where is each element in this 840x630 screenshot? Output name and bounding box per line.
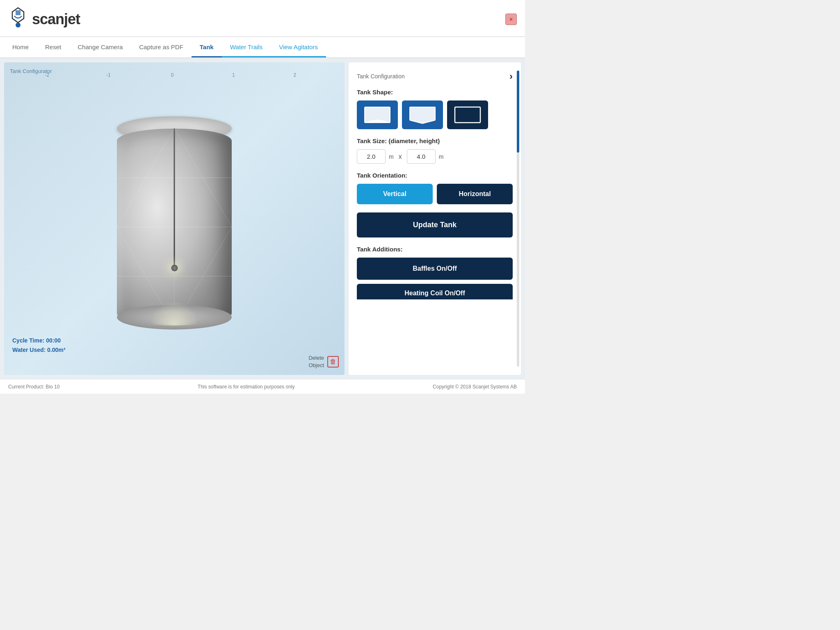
right-configuration-panel: Tank Configuration › Tank Shape: — [349, 62, 521, 375]
tank-viewport[interactable]: Tank Configurator -2 -1 0 1 2 — [4, 62, 345, 375]
ruler-mark-pos1: 1 — [232, 72, 235, 78]
logo-text: scanjet — [32, 11, 80, 28]
navigation-bar: Home Reset Change Camera Capture as PDF … — [0, 37, 525, 58]
nav-view-agitators[interactable]: View Agitators — [271, 38, 326, 57]
nav-change-camera[interactable]: Change Camera — [69, 38, 131, 57]
orientation-buttons: Vertical Horizontal — [357, 184, 513, 204]
main-content: Tank Configurator -2 -1 0 1 2 — [0, 58, 525, 379]
app-header: scanjet × — [0, 0, 525, 37]
spray-glow — [150, 301, 199, 325]
flat-bottom-icon — [453, 105, 482, 124]
tank-shape-buttons — [357, 100, 513, 129]
logo-area: scanjet — [8, 7, 80, 32]
diameter-input[interactable] — [357, 149, 386, 164]
status-footer: Current Product: Bio 10 This software is… — [0, 379, 525, 394]
nav-reset[interactable]: Reset — [37, 38, 69, 57]
ruler-mark-neg1: -1 — [106, 72, 111, 78]
nav-capture-pdf[interactable]: Capture as PDF — [131, 38, 192, 57]
orientation-section: Tank Orientation: Vertical Horizontal — [357, 172, 513, 204]
delete-label: DeleteObject — [308, 354, 324, 369]
shape-v-bottom-button[interactable] — [402, 100, 443, 129]
baffles-button[interactable]: Baffles On/Off — [357, 258, 513, 280]
tank-shape-label: Tank Shape: — [357, 89, 513, 96]
ruler-mark-pos2: 2 — [294, 72, 297, 78]
additions-label: Tank Additions: — [357, 246, 513, 253]
spray-arm — [174, 128, 175, 268]
concave-bottom-icon — [363, 105, 392, 124]
disclaimer-text: This software is for estimation purposes… — [198, 384, 295, 390]
ruler-mark-0: 0 — [171, 72, 174, 78]
close-button[interactable]: × — [505, 14, 517, 25]
tank-size-label: Tank Size: (diameter, height) — [357, 137, 513, 144]
copyright-text: Copyright © 2018 Scanjet Systems AB — [433, 384, 517, 390]
nav-water-trails[interactable]: Water Trails — [222, 38, 271, 57]
spray-head — [171, 265, 178, 271]
cycle-time-label: Cycle Time: 00:00 — [12, 336, 65, 345]
tank-size-row: m x m — [357, 149, 513, 164]
nav-tank[interactable]: Tank — [192, 38, 222, 57]
size-separator: x — [399, 153, 402, 160]
panel-header: Tank Configuration › — [357, 71, 513, 82]
svg-rect-16 — [455, 107, 480, 123]
trash-icon: 🗑 — [327, 356, 339, 368]
ruler-mark-neg2: -2 — [45, 72, 50, 78]
v-bottom-icon — [408, 105, 437, 124]
scrollbar-track[interactable] — [517, 71, 519, 367]
scrollbar-thumb — [517, 71, 519, 153]
update-tank-button[interactable]: Update Tank — [357, 212, 513, 237]
shape-flat-bottom-button[interactable] — [447, 100, 488, 129]
current-product: Current Product: Bio 10 — [8, 384, 59, 390]
water-used-label: Water Used: 0.00m³ — [12, 345, 65, 354]
orientation-label: Tank Orientation: — [357, 172, 513, 179]
diameter-unit: m — [389, 153, 394, 160]
nav-home[interactable]: Home — [4, 38, 37, 57]
delete-object-button[interactable]: DeleteObject 🗑 — [308, 354, 339, 369]
shape-concave-bottom-button[interactable] — [357, 100, 398, 129]
height-unit: m — [439, 153, 444, 160]
horizontal-button[interactable]: Horizontal — [437, 184, 513, 204]
height-input[interactable] — [407, 149, 436, 164]
panel-title: Tank Configuration — [357, 73, 405, 80]
panel-next-button[interactable]: › — [509, 71, 513, 82]
vertical-button[interactable]: Vertical — [357, 184, 433, 204]
heating-coil-button[interactable]: Heating Coil On/Off — [357, 284, 513, 299]
cycle-info-panel: Cycle Time: 00:00 Water Used: 0.00m³ — [12, 336, 65, 354]
scanjet-logo-icon — [8, 7, 28, 32]
tank-3d-scene — [117, 116, 232, 329]
